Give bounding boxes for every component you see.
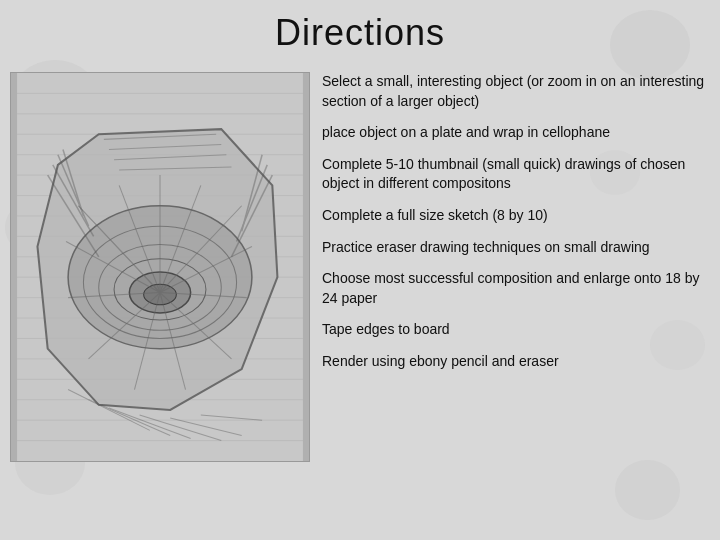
content-area: Directions — [0, 0, 720, 540]
directions-list: Select a small, interesting object (or z… — [322, 62, 710, 530]
direction-item-3: Complete 5-10 thumbnail (small quick) dr… — [322, 149, 710, 200]
direction-item-5: Practice eraser drawing techniques on sm… — [322, 232, 710, 264]
direction-item-2: place object on a plate and wrap in cell… — [322, 117, 710, 149]
main-layout: Select a small, interesting object (or z… — [0, 62, 720, 540]
page-title: Directions — [275, 12, 445, 54]
direction-item-8: Render using ebony pencil and eraser — [322, 346, 710, 378]
direction-item-4: Complete a full size sketch (8 by 10) — [322, 200, 710, 232]
direction-item-1: Select a small, interesting object (or z… — [322, 66, 710, 117]
sketch-image — [10, 72, 310, 462]
direction-item-6: Choose most successful composition and e… — [322, 263, 710, 314]
direction-item-7: Tape edges to board — [322, 314, 710, 346]
